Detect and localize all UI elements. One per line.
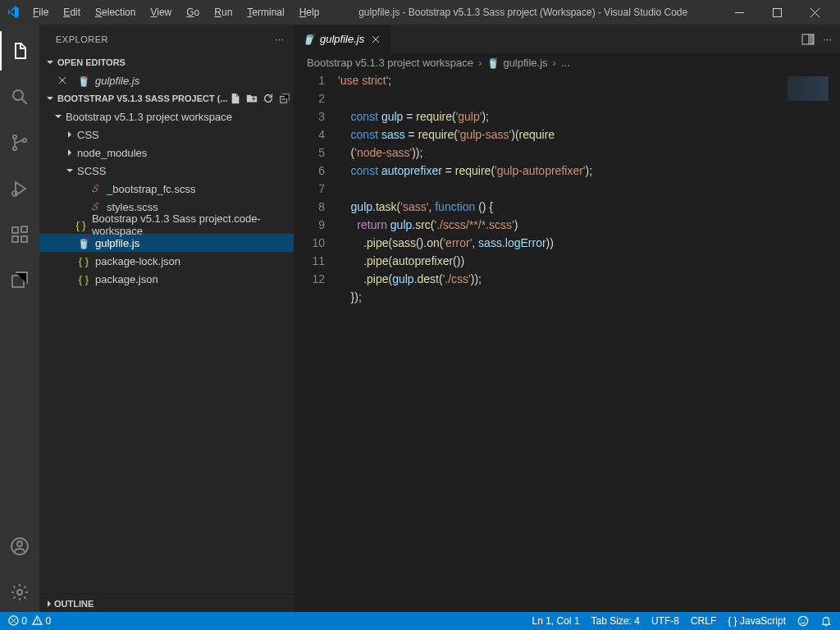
tree-item-label: SCSS [77,165,106,177]
menu-edit[interactable]: Edit [57,3,87,21]
svg-rect-9 [21,236,27,242]
menu-file[interactable]: File [26,3,55,21]
sidebar-header: EXPLORER ··· [39,25,294,53]
editor: 🥤 gulpfile.js ··· Bootstrap v5.1.3 proje… [294,25,840,612]
gulp-icon: 🥤 [77,75,90,87]
open-editors-list: 🥤 gulpfile.js [39,71,294,89]
activity-run-debug[interactable] [0,169,39,208]
chevron-right-icon: › [553,57,556,69]
tree-root[interactable]: Bootstrap v5.1.3 project workspace [39,107,294,126]
maximize-button[interactable] [758,0,796,25]
open-editor-item[interactable]: 🥤 gulpfile.js [39,71,294,89]
svg-point-5 [23,139,26,142]
svg-point-21 [804,619,805,620]
window-title: gulpfile.js - Bootstrap v5.1.3 Sass proj… [326,7,720,18]
activity-source-control[interactable] [0,123,39,162]
status-errors[interactable]: 0 [8,615,27,627]
chevron-down-icon [52,111,64,122]
minimize-button[interactable] [720,0,758,25]
refresh-icon[interactable] [262,93,274,104]
title-bar: File Edit Selection View Go Run Terminal… [0,0,840,25]
svg-point-14 [17,590,22,595]
chevron-icon [64,129,75,140]
menu-go[interactable]: Go [180,3,206,21]
menu-terminal[interactable]: Terminal [240,3,290,21]
tree-folder[interactable]: CSS [39,126,294,144]
sidebar-more-icon[interactable]: ··· [275,34,284,44]
status-feedback-icon[interactable] [797,615,809,627]
svg-point-4 [13,147,16,150]
activity-extensions[interactable] [0,215,39,254]
svg-point-19 [798,616,807,625]
folder-header[interactable]: BOOTSTRAP V5.1.3 SASS PROJECT (... [39,89,294,107]
activity-settings[interactable] [0,573,39,612]
status-bar: 0 0 Ln 1, Col 1 Tab Size: 4 UTF-8 CRLF {… [0,612,840,630]
tree-file[interactable]: 𝓢_bootstrap_fc.scss [39,180,294,198]
tree-item-label: node_modules [77,147,147,159]
status-encoding[interactable]: UTF-8 [651,615,679,627]
svg-rect-0 [735,12,744,13]
gulp-icon: 🥤 [486,57,500,69]
close-icon[interactable] [56,74,69,87]
svg-point-6 [12,191,17,196]
chevron-right-icon: › [478,57,482,69]
svg-point-3 [13,135,16,139]
menu-selection[interactable]: Selection [89,3,142,21]
status-cursor[interactable]: Ln 1, Col 1 [532,615,580,627]
collapse-all-icon[interactable] [279,93,290,104]
chevron-down-icon [44,93,56,104]
activity-search[interactable] [0,77,39,116]
tree-file[interactable]: { }package-lock.json [39,252,294,270]
tree-folder[interactable]: SCSS [39,162,294,180]
tree-item-label: _bootstrap_fc.scss [107,183,195,195]
menu-bar: File Edit Selection View Go Run Terminal… [26,3,326,21]
minimap[interactable] [779,71,829,612]
tab-gulpfile[interactable]: 🥤 gulpfile.js [294,25,391,53]
tree-item-label: package-lock.json [95,255,180,267]
line-gutter: 123456789101112 [294,71,338,612]
new-file-icon[interactable] [230,93,241,104]
chevron-right-icon [44,599,54,609]
file-tree: Bootstrap v5.1.3 project workspace CSSno… [39,107,294,288]
status-warnings[interactable]: 0 [32,615,51,627]
status-language[interactable]: { } JavaScript [728,615,786,627]
svg-rect-8 [12,236,18,242]
tree-folder[interactable]: node_modules [39,144,294,162]
activity-explorer[interactable] [0,31,39,71]
more-icon[interactable]: ··· [823,33,832,45]
svg-rect-1 [773,8,781,16]
status-bell-icon[interactable] [820,615,832,627]
close-button[interactable] [796,0,833,25]
menu-run[interactable]: Run [208,3,239,21]
close-icon[interactable] [369,33,382,46]
activity-bar [0,25,39,612]
menu-help[interactable]: Help [293,3,326,21]
open-editor-name: gulpfile.js [95,75,139,87]
svg-point-13 [17,541,22,546]
tree-item-label: gulpfile.js [95,237,139,249]
status-indent[interactable]: Tab Size: 4 [591,615,640,627]
svg-rect-17 [808,34,814,44]
activity-open-editors-icon[interactable] [0,261,39,300]
gulp-icon: 🥤 [302,33,315,45]
tree-item-label: Bootstrap v5.1.3 Sass project.code-works… [92,212,294,237]
tree-file[interactable]: { }Bootstrap v5.1.3 Sass project.code-wo… [39,216,294,234]
split-editor-icon[interactable] [801,33,815,46]
tree-item-label: CSS [77,129,99,141]
tree-file[interactable]: { }package.json [39,270,294,288]
menu-view[interactable]: View [144,3,178,21]
svg-rect-10 [21,226,27,232]
breadcrumb[interactable]: Bootstrap v5.1.3 project workspace › 🥤 g… [294,53,840,71]
svg-rect-7 [12,227,18,233]
activity-accounts[interactable] [0,527,39,566]
window-controls [720,0,833,25]
code-content[interactable]: 'use strict'; const gulp = require('gulp… [338,71,840,612]
svg-point-20 [801,619,801,620]
tree-item-label: package.json [95,273,158,285]
open-editors-header[interactable]: OPEN EDITORS [39,53,294,71]
code-area[interactable]: 123456789101112 'use strict'; const gulp… [294,71,840,612]
outline-header[interactable]: OUTLINE [39,594,294,612]
status-eol[interactable]: CRLF [691,615,716,627]
new-folder-icon[interactable] [246,93,258,104]
svg-point-2 [13,90,23,100]
